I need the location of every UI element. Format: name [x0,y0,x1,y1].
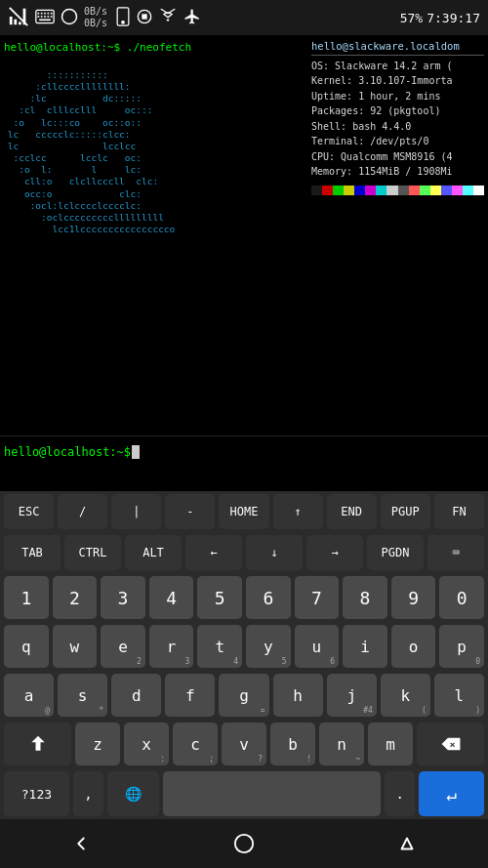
os-line: OS: Slackware 14.2 arm ( [311,59,484,74]
status-left: 0B/s 0B/s [8,6,201,30]
key-down[interactable]: ↓ [246,535,303,570]
key-a[interactable]: a@ [4,674,54,717]
key-shift[interactable] [4,723,71,765]
key-slash[interactable]: / [58,494,107,529]
svg-rect-3 [41,12,43,14]
prompt: hello@localhost:~$ [4,445,131,459]
key-n[interactable]: n~ [319,723,364,765]
key-u[interactable]: u6 [295,625,340,668]
cpu-line: CPU: Qualcomm MSM8916 (4 [311,149,484,165]
key-period[interactable]: . [385,771,415,816]
key-r[interactable]: r3 [149,625,194,668]
key-p[interactable]: p0 [439,625,484,668]
key-space[interactable] [163,771,381,816]
key-3[interactable]: 3 [101,576,145,619]
keyboard-row-1: ESC / | - HOME ↑ END PGUP FN [0,491,488,532]
key-alt[interactable]: ALT [125,535,182,570]
key-pipe[interactable]: | [111,494,161,529]
svg-rect-5 [48,12,50,14]
terminal-left: hello@localhost:~$ ./neofetch ::::::::::… [0,35,307,435]
key-j[interactable]: j#4 [327,674,377,717]
terminal-line: Terminal: /dev/pts/0 [311,134,484,149]
key-y[interactable]: y5 [246,625,291,668]
key-x[interactable]: x: [124,723,169,765]
cursor [132,445,140,459]
key-pgdn[interactable]: PGDN [367,535,424,570]
key-ctrl[interactable]: CTRL [64,535,121,570]
key-4[interactable]: 4 [149,576,194,619]
key-up[interactable]: ↑ [273,494,323,529]
key-enter[interactable]: ↵ [419,771,484,816]
key-globe[interactable]: 🌐 [107,771,159,816]
key-w[interactable]: w [53,625,98,668]
svg-rect-9 [44,16,46,18]
key-f[interactable]: f [165,674,215,717]
key-i[interactable]: i [343,625,387,668]
svg-rect-12 [39,19,51,21]
key-comma[interactable]: , [73,771,103,816]
svg-rect-11 [51,16,53,18]
keyboard: ESC / | - HOME ↑ END PGUP FN TAB CTRL AL… [0,491,488,819]
keyboard-row-a: a@ s* d f g= h j#4 k( l) [0,671,488,720]
key-o[interactable]: o [391,625,436,668]
key-pgup[interactable]: PGUP [381,494,430,529]
key-2[interactable]: 2 [53,576,98,619]
key-end[interactable]: END [327,494,377,529]
nav-recents[interactable] [393,830,421,857]
key-m[interactable]: m [368,723,413,765]
key-b[interactable]: b! [270,723,315,765]
key-esc[interactable]: ESC [4,494,54,529]
key-t[interactable]: t4 [197,625,242,668]
svg-rect-6 [51,12,53,14]
key-z[interactable]: z [75,723,120,765]
key-8[interactable]: 8 [343,576,387,619]
nav-bar [0,819,488,868]
cmd-line-1: hello@localhost:~$ ./neofetch [2,39,305,58]
key-v[interactable]: v? [222,723,266,765]
key-7[interactable]: 7 [295,576,340,619]
key-1[interactable]: 1 [4,576,49,619]
svg-point-15 [122,21,125,23]
key-h[interactable]: h [273,674,323,717]
key-right[interactable]: → [306,535,363,570]
key-5[interactable]: 5 [197,576,242,619]
keyboard-row-q: q w e2 r3 t4 y5 u6 i o p0 [0,622,488,671]
svg-rect-2 [38,12,40,14]
keyboard-row-nums: 1 2 3 4 5 6 7 8 9 0 [0,573,488,622]
svg-rect-8 [41,16,43,18]
svg-point-13 [62,9,77,23]
nav-home[interactable] [230,830,258,857]
key-6[interactable]: 6 [246,576,291,619]
key-c[interactable]: c; [173,723,218,765]
key-home[interactable]: HOME [219,494,268,529]
key-q[interactable]: q [4,625,49,668]
key-k[interactable]: k( [381,674,430,717]
uptime-line: Uptime: 1 hour, 2 mins [311,89,484,104]
key-0[interactable]: 0 [439,576,484,619]
color-bar [311,186,484,195]
key-num-switch[interactable]: ?123 [4,771,69,816]
nav-back[interactable] [67,830,95,857]
key-d[interactable]: d [111,674,161,717]
key-9[interactable]: 9 [391,576,436,619]
key-backspace[interactable] [417,723,484,765]
key-e[interactable]: e2 [101,625,145,668]
key-s[interactable]: s* [58,674,107,717]
divider [311,55,484,56]
battery-text: 57% [400,11,423,25]
key-l[interactable]: l) [434,674,484,717]
ascii-art: ::::::::::: :cllccccllllllll: :lc dc::::… [2,58,305,235]
key-tab[interactable]: TAB [4,535,61,570]
key-kbd[interactable]: ⌨ [427,535,484,570]
circle-icon [61,8,78,28]
memory-line: Memory: 1154MiB / 1908Mi [311,164,484,180]
shell-line: Shell: bash 4.4.0 [311,119,484,135]
key-left[interactable]: ← [185,535,242,570]
time-display: 7:39:17 [427,11,480,25]
key-g[interactable]: g= [219,674,268,717]
kernel-line: Kernel: 3.10.107-Immorta [311,73,484,89]
key-minus[interactable]: - [165,494,215,529]
stop-icon [137,9,152,27]
terminal: hello@localhost:~$ ./neofetch ::::::::::… [0,35,488,435]
key-fn[interactable]: FN [434,494,484,529]
